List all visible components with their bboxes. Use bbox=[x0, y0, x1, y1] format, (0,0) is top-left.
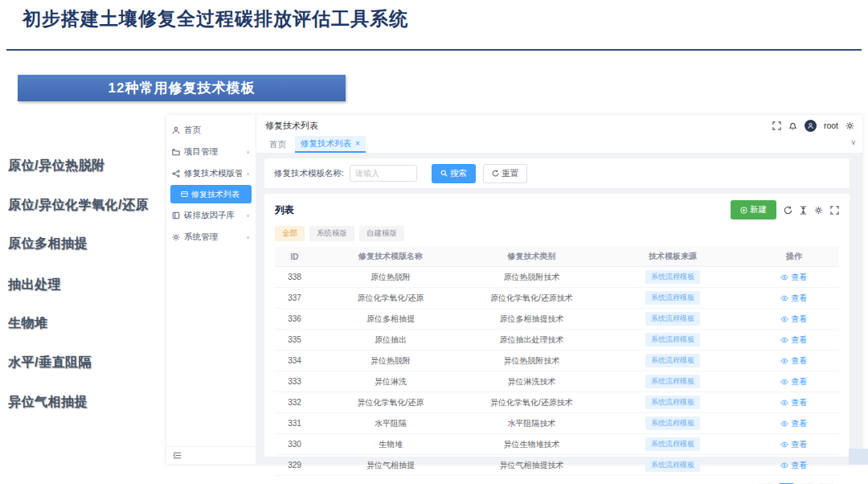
list-panel: 列表 新建 全部 系统模版 自建模版 bbox=[264, 194, 850, 457]
cell-category: 水平阻隔技术 bbox=[467, 413, 596, 434]
view-link[interactable]: 查看 bbox=[780, 418, 807, 429]
cell-category: 原位抽出处理技术 bbox=[467, 330, 596, 351]
cell-id: 333 bbox=[275, 371, 314, 392]
refresh-icon[interactable] bbox=[784, 206, 792, 215]
column-settings-icon[interactable] bbox=[814, 206, 823, 215]
row-height-icon[interactable] bbox=[800, 206, 807, 215]
gear-icon bbox=[172, 233, 180, 241]
sidebar-item-template-mgmt[interactable]: 修复技术模版管理 ∧ bbox=[166, 162, 256, 184]
tech-label: 生物堆 bbox=[8, 315, 48, 332]
cell-name: 异位气相抽提 bbox=[314, 455, 467, 476]
breadcrumb: 修复技术列表 bbox=[265, 120, 318, 132]
chevron-down-icon: ∨ bbox=[246, 234, 250, 239]
sidebar-item-carbon-factors[interactable]: 碳排放因子库 ∨ bbox=[166, 204, 256, 226]
sidebar-item-system[interactable]: 系统管理 ∨ bbox=[166, 226, 256, 248]
view-link[interactable]: 查看 bbox=[780, 314, 807, 325]
cell-category: 原位化学氧化/还原技术 bbox=[467, 288, 596, 309]
settings-gear-icon[interactable] bbox=[845, 121, 854, 130]
view-link[interactable]: 查看 bbox=[780, 439, 807, 450]
source-tag: 系统流程模板 bbox=[645, 396, 700, 409]
view-link[interactable]: 查看 bbox=[780, 293, 807, 304]
cell-name: 异位淋洗 bbox=[314, 371, 467, 392]
cell-id: 335 bbox=[275, 330, 314, 351]
plus-icon bbox=[740, 207, 747, 214]
eye-icon bbox=[780, 400, 788, 406]
search-panel: 修复技术模板名称: 搜索 重置 bbox=[264, 158, 850, 188]
bell-icon[interactable] bbox=[788, 121, 797, 130]
view-link[interactable]: 查看 bbox=[780, 272, 807, 283]
sidebar-item-label: 修复技术列表 bbox=[191, 189, 240, 200]
cell-name: 原位化学氧化/还原 bbox=[314, 288, 467, 309]
sidebar-item-projects[interactable]: 项目管理 ∨ bbox=[166, 141, 256, 162]
view-link[interactable]: 查看 bbox=[780, 376, 807, 388]
source-tag: 系统流程模板 bbox=[645, 333, 700, 347]
avatar[interactable] bbox=[805, 120, 817, 132]
filter-tabs: 全部 系统模版 自建模版 bbox=[275, 226, 839, 241]
cell-name: 原位热脱附 bbox=[314, 267, 467, 288]
search-field-label: 修复技术模板名称: bbox=[274, 168, 344, 179]
search-input[interactable] bbox=[350, 165, 417, 182]
table-row: 336 原位多相抽提 原位多相抽提技术 系统流程模板 查看 bbox=[275, 309, 839, 330]
title-divider bbox=[6, 49, 862, 51]
eye-icon bbox=[780, 441, 788, 448]
source-tag: 系统流程模板 bbox=[645, 375, 700, 388]
view-link[interactable]: 查看 bbox=[780, 397, 807, 408]
source-tag: 系统流程模板 bbox=[645, 291, 700, 305]
sidebar-item-label: 系统管理 bbox=[184, 232, 242, 243]
table-row: 332 异位化学氧化/还原 异位化学氧化/还原技术 系统流程模板 查看 bbox=[275, 392, 839, 413]
tech-label: 原位/异位热脱附 bbox=[8, 158, 104, 174]
tab-tech-list[interactable]: 修复技术列表 × bbox=[295, 136, 366, 153]
refresh-icon bbox=[492, 170, 499, 177]
reset-button[interactable]: 重置 bbox=[483, 164, 527, 183]
sidebar-item-label: 项目管理 bbox=[184, 146, 242, 158]
tech-label: 水平/垂直阻隔 bbox=[8, 355, 92, 371]
cell-category: 异位化学氧化/还原技术 bbox=[467, 392, 596, 413]
sidebar-item-tech-list[interactable]: 修复技术列表 bbox=[170, 185, 252, 203]
cell-name: 异位化学氧化/还原 bbox=[314, 392, 467, 413]
view-link[interactable]: 查看 bbox=[780, 460, 807, 471]
cell-name: 水平阻隔 bbox=[314, 413, 467, 434]
table-row: 331 水平阻隔 水平阻隔技术 系统流程模板 查看 bbox=[275, 413, 839, 434]
source-tag: 系统流程模板 bbox=[645, 458, 700, 472]
column-header-category: 修复技术类别 bbox=[467, 247, 596, 267]
view-link[interactable]: 查看 bbox=[780, 355, 807, 367]
filter-all[interactable]: 全部 bbox=[275, 226, 305, 241]
cell-id: 336 bbox=[275, 309, 314, 330]
eye-icon bbox=[780, 337, 788, 343]
sidebar-item-label: 修复技术模版管理 bbox=[184, 168, 242, 179]
sidebar-item-home[interactable]: 首页 bbox=[166, 119, 256, 141]
fullscreen-icon[interactable] bbox=[830, 206, 839, 215]
new-button[interactable]: 新建 bbox=[731, 200, 776, 219]
cell-category: 异位淋洗技术 bbox=[467, 371, 596, 392]
source-tag: 系统流程模板 bbox=[645, 270, 700, 284]
cell-id: 329 bbox=[275, 455, 314, 476]
table-row: 338 原位热脱附 原位热脱附技术 系统流程模板 查看 bbox=[275, 267, 839, 288]
cell-id: 332 bbox=[275, 392, 314, 413]
tab-bar: 首页 修复技术列表 × ∨ bbox=[256, 136, 862, 153]
tech-label: 原位多相抽提 bbox=[8, 236, 88, 252]
table-row: 337 原位化学氧化/还原 原位化学氧化/还原技术 系统流程模板 查看 bbox=[275, 288, 839, 309]
cell-category: 原位热脱附技术 bbox=[467, 267, 596, 288]
cell-name: 原位多相抽提 bbox=[314, 309, 467, 330]
section-banner: 12种常用修复技术模板 bbox=[18, 75, 346, 101]
corner-decoration bbox=[849, 449, 868, 465]
user-icon bbox=[172, 126, 180, 134]
fullscreen-icon[interactable] bbox=[772, 121, 781, 130]
sidebar-collapse-button[interactable] bbox=[166, 446, 256, 464]
close-icon[interactable]: × bbox=[355, 139, 360, 148]
cell-category: 异位生物堆技术 bbox=[467, 434, 596, 455]
chevron-down-icon[interactable]: ∨ bbox=[850, 138, 856, 146]
tab-label: 修复技术列表 bbox=[301, 138, 351, 150]
eye-icon bbox=[780, 379, 788, 385]
chevron-down-icon: ∨ bbox=[246, 212, 250, 217]
tab-home[interactable]: 首页 bbox=[264, 136, 292, 153]
search-button[interactable]: 搜索 bbox=[432, 164, 476, 183]
app-window: 首页 项目管理 ∨ 修复技术模版管理 ∧ 修复技术列表 碳排放因子库 ∨ 系统管… bbox=[166, 115, 862, 464]
table-body: 338 原位热脱附 原位热脱附技术 系统流程模板 查看 337 原位化学氧化/还… bbox=[275, 267, 839, 476]
filter-custom[interactable]: 自建模版 bbox=[359, 226, 404, 241]
filter-system[interactable]: 系统模版 bbox=[309, 226, 354, 241]
eye-icon bbox=[780, 274, 788, 281]
view-link[interactable]: 查看 bbox=[780, 334, 807, 346]
table-row: 334 异位热脱附 异位热脱附技术 系统流程模板 查看 bbox=[275, 351, 839, 371]
column-header-actions: 操作 bbox=[749, 247, 839, 267]
